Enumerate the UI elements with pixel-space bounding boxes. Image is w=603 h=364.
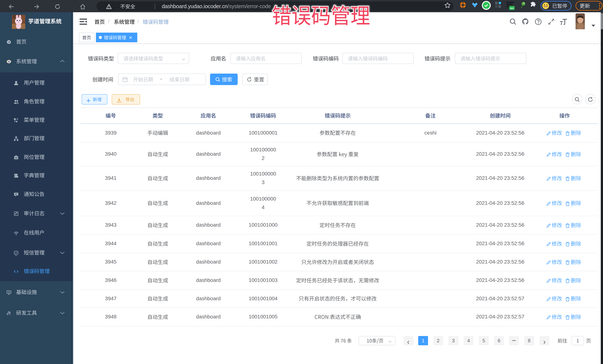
svg-text:on: on	[510, 7, 514, 10]
